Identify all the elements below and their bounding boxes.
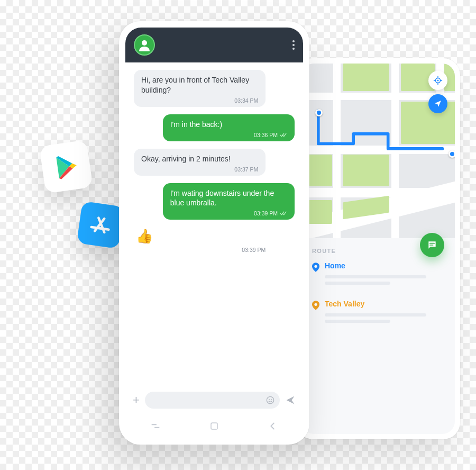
svg-point-1 bbox=[437, 80, 439, 82]
attach-button[interactable]: + bbox=[133, 393, 140, 407]
message-emoji: 👍 03:39 PM bbox=[134, 227, 266, 253]
route-stop-label: Home bbox=[325, 261, 444, 270]
navigate-button[interactable] bbox=[428, 94, 447, 113]
back-icon[interactable] bbox=[267, 420, 279, 432]
recents-icon[interactable] bbox=[150, 420, 161, 432]
message-outgoing: I'm wating downstairs under the blue umb… bbox=[163, 183, 295, 220]
google-play-badge[interactable] bbox=[39, 140, 93, 194]
person-icon bbox=[138, 39, 151, 51]
more-button[interactable] bbox=[292, 40, 295, 50]
map-phone: ROUTE Home Tech Valley bbox=[296, 58, 460, 439]
read-receipt-icon bbox=[280, 132, 287, 138]
route-stop-home[interactable]: Home bbox=[312, 261, 444, 288]
svg-point-5 bbox=[267, 396, 273, 403]
svg-point-6 bbox=[269, 399, 270, 400]
pin-icon bbox=[312, 263, 319, 272]
route-stop-destination[interactable]: Tech Valley bbox=[312, 300, 444, 326]
map-area[interactable] bbox=[301, 64, 455, 238]
play-store-icon bbox=[52, 152, 80, 181]
message-outgoing: I'm in the back:) 03:36 PM bbox=[163, 114, 295, 141]
chat-phone: Hi, are you in front of Tech Valley buil… bbox=[119, 21, 309, 445]
svg-point-2 bbox=[314, 265, 317, 268]
locate-button[interactable] bbox=[428, 71, 447, 90]
route-stop-label: Tech Valley bbox=[325, 300, 444, 308]
chat-input-row: + bbox=[125, 386, 303, 414]
app-store-badge[interactable] bbox=[77, 201, 124, 249]
avatar[interactable] bbox=[134, 34, 155, 56]
route-end-dot bbox=[448, 150, 455, 158]
svg-point-7 bbox=[271, 399, 272, 400]
home-icon[interactable] bbox=[209, 421, 219, 431]
svg-rect-8 bbox=[211, 423, 217, 429]
message-incoming: Hi, are you in front of Tech Valley buil… bbox=[134, 70, 266, 107]
emoji-icon[interactable] bbox=[266, 396, 274, 404]
pin-icon bbox=[312, 301, 319, 310]
app-store-icon bbox=[87, 212, 114, 238]
send-button[interactable] bbox=[285, 395, 296, 405]
message-incoming: Okay, arriving in 2 minutes! 03:37 PM bbox=[134, 149, 266, 176]
navigate-icon bbox=[434, 100, 442, 108]
chat-screen: Hi, are you in front of Tech Valley buil… bbox=[125, 28, 303, 438]
crosshair-icon bbox=[433, 76, 443, 85]
read-receipt-icon bbox=[280, 211, 287, 216]
chat-body: Hi, are you in front of Tech Valley buil… bbox=[125, 62, 303, 386]
svg-point-3 bbox=[314, 303, 317, 306]
open-chat-button[interactable] bbox=[420, 233, 444, 257]
svg-point-4 bbox=[142, 40, 147, 46]
chat-icon bbox=[427, 240, 437, 250]
chat-header bbox=[125, 28, 303, 62]
message-input[interactable] bbox=[145, 392, 280, 409]
route-start-dot bbox=[315, 109, 323, 116]
map-screen: ROUTE Home Tech Valley bbox=[301, 64, 455, 434]
route-panel: ROUTE Home Tech Valley bbox=[301, 238, 455, 434]
android-navbar bbox=[125, 414, 303, 438]
